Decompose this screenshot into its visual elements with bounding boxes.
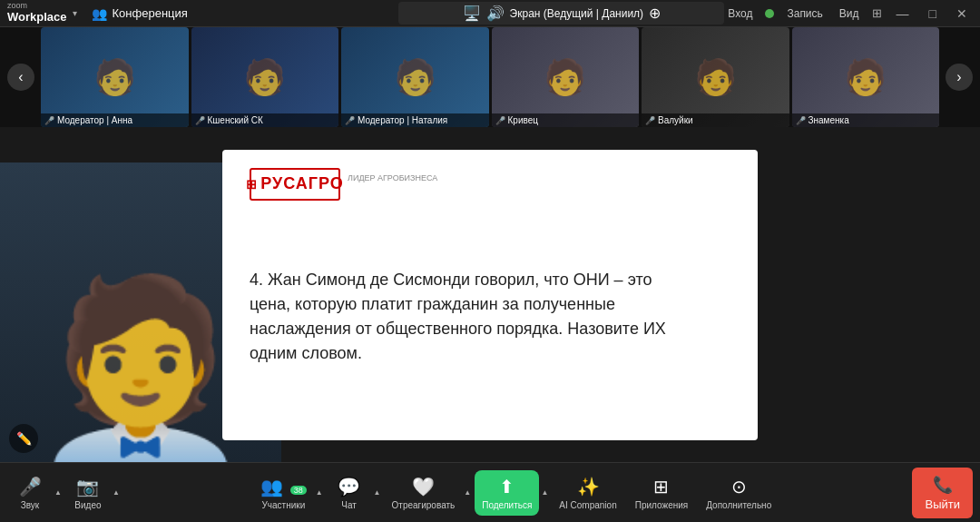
chat-button[interactable]: 💬 Чат	[327, 470, 372, 516]
video-arrow[interactable]: ▲	[113, 488, 120, 497]
slide-body: 4. Жан Симонд де Сисмонди говорил, что О…	[250, 212, 730, 422]
app-dropdown[interactable]: ▾	[73, 8, 77, 18]
participant-mic-icon: 🎤	[495, 116, 505, 125]
logo-text: РУСАГРО	[260, 174, 344, 193]
person-figure: 🧑	[93, 57, 136, 97]
apps-button[interactable]: ⊞ Приложения	[628, 470, 696, 516]
screen-label: Экран (Ведущий | Даниил)	[510, 7, 644, 20]
participant-thumb[interactable]: 🧑 🎤 Кривец	[492, 27, 640, 127]
login-button[interactable]: Вход	[724, 5, 756, 22]
thumb-bg: 🧑	[492, 27, 640, 127]
chat-label: Чат	[341, 500, 357, 510]
video-icon: 📷	[76, 476, 99, 497]
participant-name: Кривец	[508, 115, 538, 125]
share-arrow[interactable]: ▲	[541, 488, 548, 497]
exit-label: Выйти	[925, 497, 960, 511]
participants-label: Участники	[262, 500, 306, 510]
mute-arrow[interactable]: ▲	[54, 488, 62, 497]
ai-button[interactable]: ✨ AI Companion	[552, 470, 623, 516]
app-logo: zoom Workplace	[7, 2, 67, 25]
participant-name: Модератор | Анна	[57, 115, 132, 125]
mute-button[interactable]: 🎤 Звук	[7, 470, 53, 516]
participant-thumb[interactable]: 🧑 🎤 Знаменка	[792, 27, 940, 127]
participant-mic-icon: 🎤	[195, 116, 205, 125]
close-button[interactable]: ✕	[951, 5, 973, 23]
exit-icon: 📞	[933, 475, 953, 495]
share-icon: ⬆	[499, 476, 514, 497]
main-content: 🧑‍💼 ✏️ ⊞ РУСАГРО ЛИДЕР АГРОБИЗНЕСА	[0, 127, 980, 462]
participant-thumb[interactable]: 🧑 🎤 Модератор | Анна	[41, 27, 189, 127]
participant-mic-icon: 🎤	[345, 116, 355, 125]
maximize-button[interactable]: □	[924, 5, 942, 23]
participants-list: 🧑 🎤 Модератор | Анна 🧑 🎤 Кшенский СК 🧑 🎤…	[41, 27, 939, 127]
toolbar-center: 👥 38 Участники ▲ 💬 Чат ▲ 🤍 Отреагировать…	[253, 470, 779, 516]
thumb-bg: 🧑	[642, 27, 789, 127]
logo-box: ⊞ РУСАГРО	[250, 168, 340, 201]
share-button[interactable]: ⬆ Поделиться	[475, 470, 539, 516]
record-button[interactable]: Запись	[783, 5, 826, 22]
screen-more-icon[interactable]: ⊕	[649, 5, 661, 22]
conference-section: 👥 Конференция	[92, 6, 399, 21]
exit-button[interactable]: 📞 Выйти	[912, 468, 973, 518]
annotation-button[interactable]: ✏️	[9, 424, 38, 453]
chat-arrow[interactable]: ▲	[374, 488, 381, 497]
toolbar-left: 🎤 Звук ▲ 📷 Видео ▲	[7, 470, 120, 516]
participant-mic-icon: 🎤	[645, 116, 655, 125]
speaker-figure: 🧑‍💼	[27, 267, 254, 462]
participant-label-bar: 🎤 Кривец	[492, 113, 640, 127]
participant-label-bar: 🎤 Кшенский СК	[191, 113, 339, 127]
participant-label-bar: 🎤 Модератор | Наталия	[341, 113, 489, 127]
participant-name: Знаменка	[808, 115, 849, 125]
thumb-bg: 🧑	[341, 27, 489, 127]
titlebar-right-controls: Вход Запись Вид ⊞ — □ ✕	[724, 5, 973, 23]
record-indicator	[765, 9, 774, 18]
slide-logo: ⊞ РУСАГРО ЛИДЕР АГРОБИЗНЕСА	[250, 168, 730, 201]
more-button[interactable]: ⊙ Дополнительно	[699, 470, 779, 516]
participant-mic-icon: 🎤	[796, 116, 806, 125]
share-label: Поделиться	[482, 500, 532, 510]
logo-sub: ЛИДЕР АГРОБИЗНЕСА	[348, 173, 437, 182]
conference-icon: 👥	[92, 6, 107, 21]
participants-arrow[interactable]: ▲	[316, 488, 323, 497]
minimize-button[interactable]: —	[891, 5, 915, 23]
more-icon: ⊙	[731, 476, 747, 497]
slide-container: ⊞ РУСАГРО ЛИДЕР АГРОБИЗНЕСА 4. Жан Симон…	[222, 150, 758, 440]
participants-count: 38	[290, 486, 307, 495]
person-figure: 🧑	[544, 57, 586, 97]
ai-icon: ✨	[577, 476, 600, 497]
person-figure: 🧑	[844, 57, 887, 97]
more-label: Дополнительно	[706, 500, 771, 510]
apps-icon: ⊞	[653, 476, 669, 497]
participant-thumb[interactable]: 🧑 🎤 Валуйки	[642, 27, 789, 127]
mute-icon: 🎤	[19, 476, 42, 497]
participant-label-bar: 🎤 Валуйки	[642, 113, 789, 127]
person-figure: 🧑	[394, 57, 436, 97]
thumb-bg: 🧑	[792, 27, 940, 127]
thumb-bg: 🧑	[41, 27, 189, 127]
participant-thumb[interactable]: 🧑 🎤 Кшенский СК	[191, 27, 339, 127]
participant-thumb[interactable]: 🧑 🎤 Модератор | Наталия	[341, 27, 489, 127]
thumb-bg: 🧑	[191, 27, 339, 127]
video-label: Видео	[74, 500, 101, 510]
view-button[interactable]: Вид	[836, 5, 863, 22]
react-button[interactable]: 🤍 Отреагировать	[385, 470, 463, 516]
strip-nav-right[interactable]: ›	[946, 64, 973, 91]
audio-icon: 🔊	[486, 5, 505, 22]
react-arrow[interactable]: ▲	[464, 488, 471, 497]
react-icon: 🤍	[412, 476, 435, 497]
participant-name: Кшенский СК	[208, 115, 263, 125]
participant-name: Валуйки	[658, 115, 693, 125]
conference-label: Конференция	[113, 6, 188, 20]
apps-label: Приложения	[635, 500, 689, 510]
toolbar: 🎤 Звук ▲ 📷 Видео ▲ 👥 38 Участники ▲ 💬 Ча…	[0, 462, 980, 522]
toolbar-right: 📞 Выйти	[912, 468, 973, 518]
video-button[interactable]: 📷 Видео	[65, 470, 111, 516]
ai-label: AI Companion	[559, 500, 616, 510]
participants-button[interactable]: 👥 38 Участники	[253, 470, 314, 516]
workplace-text: Workplace	[7, 10, 67, 25]
screen-share-icon: 🖥️	[463, 5, 481, 22]
participants-icon: 👥 38	[260, 476, 307, 497]
sound-label: Звук	[21, 500, 40, 510]
chat-icon: 💬	[338, 476, 360, 497]
strip-nav-left[interactable]: ‹	[7, 64, 34, 91]
